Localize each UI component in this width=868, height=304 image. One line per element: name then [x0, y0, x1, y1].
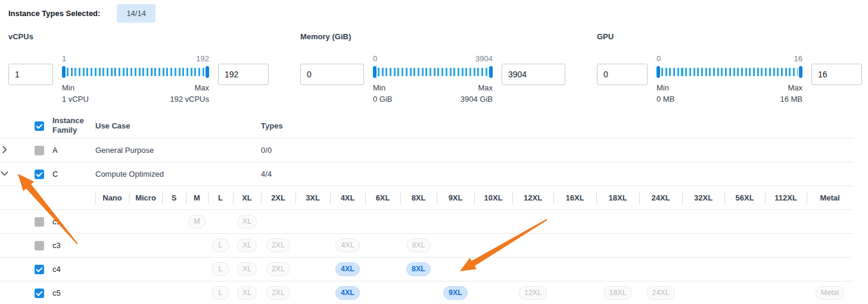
memory-title: Memory (GiB)	[300, 32, 565, 41]
select-all-checkbox[interactable]	[35, 121, 44, 131]
size-badge-c4-l[interactable]: L	[211, 262, 229, 276]
instance-row-c3: c3LXL2XL4XL8XL	[0, 234, 853, 258]
size-column-s: S	[162, 186, 186, 210]
size-badge-c3-4xl[interactable]: 4XL	[335, 239, 359, 252]
size-column-10xl: 10XL	[474, 186, 512, 210]
family-row-c: CCompute Optimized4/4	[0, 162, 853, 186]
size-badge-c3-2xl[interactable]: 2XL	[266, 239, 290, 252]
size-badge-c3-8xl[interactable]: 8XL	[406, 239, 430, 252]
vcpus-range-max-label: 192	[196, 54, 209, 64]
column-header-types: Types	[261, 114, 853, 139]
size-badge-c4-8xl[interactable]: 8XL	[406, 262, 431, 276]
vcpus-max-input[interactable]	[218, 64, 269, 85]
size-column-3xl: 3XL	[295, 186, 330, 210]
instance-table: Instance FamilyUse CaseTypesAGeneral Pur…	[0, 114, 853, 304]
gpu-slider-max-handle[interactable]	[799, 66, 802, 78]
size-column-m: M	[186, 186, 208, 210]
size-badge-c5-24xl[interactable]: 24XL	[646, 286, 674, 300]
instance-name: c1	[52, 210, 95, 234]
gpu-slider: 0 16 Min 0 MB Max 16 MB	[657, 54, 802, 105]
memory-range-min-label: 0	[373, 54, 377, 64]
size-column-16xl: 16XL	[553, 186, 596, 210]
gpu-range-min-label: 0	[657, 54, 661, 64]
family-checkbox-a[interactable]	[35, 146, 44, 155]
collapse-chevron-icon[interactable]	[0, 169, 9, 178]
size-column-l: L	[208, 186, 233, 210]
memory-max-detail: 3904 GiB	[461, 94, 493, 105]
filter-memory: Memory (GiB) 0 3904 Min 0 GiB	[300, 32, 565, 105]
gpu-max-caption: Max	[780, 83, 802, 94]
memory-min-detail: 0 GiB	[373, 94, 393, 105]
vcpus-min-input[interactable]	[8, 64, 53, 85]
gpu-min-detail: 0 MB	[657, 94, 674, 105]
size-badge-c4-xl[interactable]: XL	[237, 262, 257, 276]
size-badge-c5-l[interactable]: L	[211, 286, 229, 300]
instance-name: c5	[52, 281, 95, 304]
gpu-max-input[interactable]	[811, 64, 862, 85]
gpu-slider-min-handle[interactable]	[657, 66, 660, 78]
size-badge-c3-l[interactable]: L	[211, 239, 229, 252]
gpu-min-caption: Min	[657, 83, 674, 94]
expand-chevron-icon[interactable]	[0, 145, 9, 154]
memory-min-caption: Min	[373, 83, 393, 94]
gpu-min-input[interactable]	[597, 64, 648, 85]
types-count: 4/4	[261, 162, 853, 186]
instance-name: c4	[52, 258, 95, 281]
memory-slider-max-handle[interactable]	[489, 66, 493, 78]
memory-slider-ticks	[378, 68, 488, 76]
vcpus-slider-min-handle[interactable]	[62, 66, 66, 78]
size-badge-c5-metal[interactable]: Metal	[816, 286, 845, 300]
instance-checkbox-c4[interactable]	[35, 265, 44, 274]
family-name: C	[52, 162, 95, 186]
vcpus-slider-track	[62, 66, 209, 78]
size-column-metal: Metal	[807, 186, 853, 210]
gpu-slider-track	[657, 66, 802, 78]
memory-min-input[interactable]	[300, 64, 364, 85]
size-column-12xl: 12XL	[512, 186, 553, 210]
topbar: Instance Types Selected: 14/14	[0, 0, 868, 23]
filter-gpu: GPU 0 16 Min 0 MB	[597, 32, 862, 105]
instance-row-c5: c5LXL2XL4XL9XL12XL18XL24XLMetal	[0, 281, 853, 304]
size-column-xl: XL	[233, 186, 261, 210]
memory-slider: 0 3904 Min 0 GiB Max 3904 GiB	[373, 54, 493, 105]
gpu-slider-ticks	[661, 68, 798, 76]
size-badge-c5-9xl[interactable]: 9XL	[443, 286, 468, 300]
gpu-title: GPU	[597, 32, 862, 41]
instance-checkbox-c5[interactable]	[35, 289, 44, 298]
vcpus-max-detail: 192 vCPUs	[170, 94, 209, 105]
column-header-use-case: Use Case	[95, 114, 261, 139]
vcpus-slider-ticks	[67, 68, 204, 76]
size-badge-c5-12xl[interactable]: 12XL	[519, 286, 547, 300]
size-column-6xl: 6XL	[365, 186, 400, 210]
size-badge-c3-xl[interactable]: XL	[237, 239, 257, 252]
vcpus-max-caption: Max	[170, 83, 209, 94]
size-badge-c4-4xl[interactable]: 4XL	[335, 262, 360, 276]
vcpus-slider-max-handle[interactable]	[206, 66, 209, 78]
instance-types-selected-label: Instance Types Selected:	[8, 9, 100, 18]
size-badge-c4-2xl[interactable]: 2XL	[266, 262, 290, 276]
size-badge-c1-m[interactable]: M	[188, 215, 206, 228]
size-column-9xl: 9XL	[437, 186, 474, 210]
instance-checkbox-c3[interactable]	[35, 241, 44, 250]
instance-checkbox-c1[interactable]	[35, 217, 44, 227]
vcpus-min-caption: Min	[62, 83, 89, 94]
memory-slider-track	[373, 66, 493, 78]
size-badge-c5-2xl[interactable]: 2XL	[266, 286, 290, 300]
size-column-112xl: 112XL	[765, 186, 807, 210]
memory-max-input[interactable]	[502, 64, 565, 85]
use-case: General Purpose	[95, 139, 261, 162]
size-column-nano: Nano	[95, 186, 129, 210]
family-checkbox-c[interactable]	[35, 170, 44, 179]
gpu-max-detail: 16 MB	[780, 94, 802, 105]
size-column-32xl: 32XL	[682, 186, 724, 210]
size-badge-c1-xl[interactable]: XL	[237, 215, 257, 228]
memory-slider-min-handle[interactable]	[373, 66, 377, 78]
size-badge-c5-4xl[interactable]: 4XL	[335, 286, 360, 300]
size-badge-c5-18xl[interactable]: 18XL	[603, 286, 631, 300]
memory-max-caption: Max	[461, 83, 493, 94]
size-column-4xl: 4XL	[330, 186, 365, 210]
gpu-range-max-label: 16	[794, 54, 802, 64]
vcpus-slider: 1 192 Min 1 vCPU Max 192 vCPUs	[62, 54, 209, 105]
size-badge-c5-xl[interactable]: XL	[237, 286, 257, 300]
types-count: 0/0	[261, 139, 853, 162]
